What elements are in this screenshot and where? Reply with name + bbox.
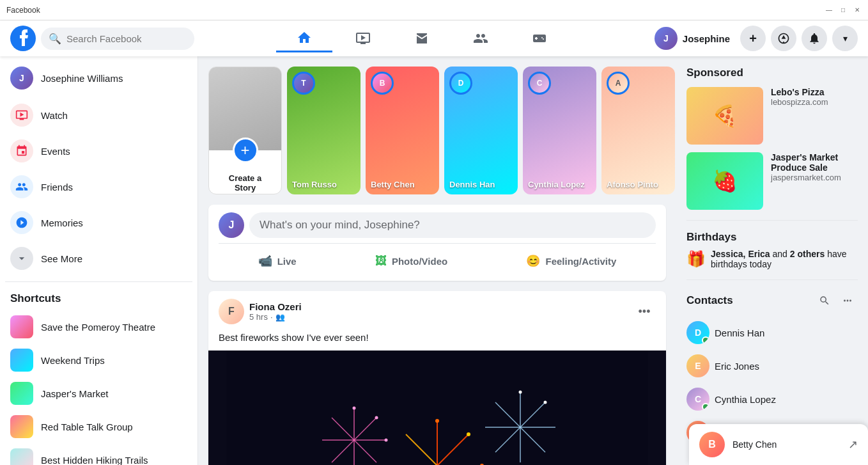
story-betty-chen[interactable]: B Betty Chen bbox=[366, 67, 439, 194]
contacts-header: Contacts bbox=[686, 290, 858, 311]
nav-gaming[interactable] bbox=[511, 25, 568, 52]
shortcut-red-table[interactable]: Red Table Talk Group bbox=[5, 410, 192, 443]
shortcut-jaspers[interactable]: Jasper's Market bbox=[5, 377, 192, 410]
shortcut-label-trips: Weekend Trips bbox=[41, 355, 105, 366]
story-name-betty: Betty Chen bbox=[371, 180, 434, 189]
contacts-more-button[interactable] bbox=[837, 290, 858, 311]
sidebar-item-memories[interactable]: Memories bbox=[5, 205, 192, 240]
shortcut-thumb-red-table bbox=[10, 415, 33, 438]
story-cynthia-lopez[interactable]: C Cynthia Lopez bbox=[523, 67, 596, 194]
story-name-dennis: Dennis Han bbox=[449, 180, 513, 189]
post-author-info: Fiona Ozeri 5 hrs · 👥 bbox=[249, 301, 302, 322]
menu-dropdown-button[interactable]: ▾ bbox=[832, 26, 858, 51]
post-composer: J What's on your mind, Josephine? 📹 Live… bbox=[208, 205, 666, 281]
sidebar-item-events[interactable]: Events bbox=[5, 133, 192, 169]
contact-dennis-han[interactable]: D Dennis Han bbox=[686, 316, 858, 349]
shortcut-thumb-trips bbox=[10, 349, 33, 372]
feeling-label: Feeling/Activity bbox=[545, 256, 616, 267]
ad-url-jaspers: jaspersmarket.com bbox=[771, 173, 858, 182]
svg-point-5 bbox=[543, 38, 544, 40]
user-name-label: Josephine bbox=[683, 33, 730, 44]
post-input[interactable]: What's on your mind, Josephine? bbox=[249, 212, 656, 238]
notifications-button[interactable] bbox=[802, 26, 827, 51]
online-indicator-cynthia bbox=[702, 403, 709, 411]
sidebar-avatar: J bbox=[10, 67, 33, 90]
close-button[interactable]: ✕ bbox=[853, 6, 862, 15]
sidebar-divider bbox=[5, 281, 192, 282]
popup-notification[interactable]: B Betty Chen ↗ bbox=[689, 424, 868, 465]
feeling-button[interactable]: 😊 Feeling/Activity bbox=[518, 249, 624, 273]
birthdays-divider bbox=[686, 280, 858, 280]
news-feed: + Create aStory T Tom Russo B bbox=[198, 56, 676, 465]
post-author-avatar[interactable]: F bbox=[219, 299, 244, 324]
search-input[interactable] bbox=[66, 33, 187, 44]
svg-point-15 bbox=[435, 419, 439, 423]
photo-video-button[interactable]: 🖼 Photo/Video bbox=[368, 249, 455, 273]
shortcut-label-red-table: Red Table Talk Group bbox=[41, 422, 133, 432]
story-name-cynthia: Cynthia Lopez bbox=[528, 180, 591, 189]
popup-share-icon[interactable]: ↗ bbox=[848, 437, 858, 452]
ad-info-jaspers: Jasper's Market Produce Sale jaspersmark… bbox=[771, 152, 858, 210]
post-header: F Fiona Ozeri 5 hrs · 👥 ••• bbox=[208, 291, 666, 332]
sidebar-item-watch[interactable]: Watch bbox=[5, 97, 192, 133]
svg-rect-3 bbox=[535, 38, 538, 39]
ad-lebos-pizza[interactable]: 🍕 Lebo's Pizza lebospizza.com bbox=[686, 87, 858, 145]
birthday-row: 🎁 Jessica, Erica and 2 others have birth… bbox=[686, 249, 858, 269]
user-profile-button[interactable]: J Josephine bbox=[649, 24, 735, 52]
story-bg-tom: T Tom Russo bbox=[287, 67, 360, 194]
sidebar-user-name: Josephine Williams bbox=[41, 73, 123, 84]
sidebar-user-profile[interactable]: J Josephine Williams bbox=[5, 61, 192, 95]
post-more-button[interactable]: ••• bbox=[633, 300, 656, 323]
story-tom-russo[interactable]: T Tom Russo bbox=[287, 67, 360, 194]
header: 🔍 J Josephine + bbox=[0, 20, 868, 56]
maximize-button[interactable]: □ bbox=[839, 6, 848, 15]
contact-name-eric: Eric Jones bbox=[715, 361, 759, 372]
shortcut-thumb-jaspers bbox=[10, 382, 33, 405]
post-image-fireworks bbox=[208, 351, 666, 465]
contact-eric-jones[interactable]: E Eric Jones bbox=[686, 349, 858, 382]
contact-cynthia-lopez[interactable]: C Cynthia Lopez bbox=[686, 382, 858, 416]
ad-name-jaspers: Jasper's Market Produce Sale bbox=[771, 152, 858, 173]
sidebar-see-more-label: See More bbox=[41, 253, 82, 264]
minimize-button[interactable]: — bbox=[825, 6, 833, 15]
story-bg-betty: B Betty Chen bbox=[366, 67, 439, 194]
story-bg-afonso: A Afonso Pinto bbox=[601, 67, 675, 194]
photo-icon: 🖼 bbox=[375, 255, 387, 268]
app-title: Facebook bbox=[6, 6, 40, 15]
sponsored-title: Sponsored bbox=[686, 67, 858, 79]
photo-label: Photo/Video bbox=[392, 256, 447, 267]
ad-jaspers-market[interactable]: 🍓 Jasper's Market Produce Sale jaspersma… bbox=[686, 152, 858, 210]
sidebar-item-friends[interactable]: Friends bbox=[5, 169, 192, 205]
shortcut-hiking[interactable]: Best Hidden Hiking Trails bbox=[5, 443, 192, 465]
popup-avatar: B bbox=[699, 432, 725, 457]
sidebar-item-see-more[interactable]: See More bbox=[5, 240, 192, 276]
story-afonso-pinto[interactable]: A Afonso Pinto bbox=[601, 67, 675, 194]
nav-marketplace[interactable] bbox=[394, 25, 450, 52]
contact-avatar-eric: E bbox=[686, 354, 709, 377]
messenger-button[interactable] bbox=[771, 26, 796, 51]
popup-text: Betty Chen bbox=[732, 439, 777, 450]
contacts-search-button[interactable] bbox=[814, 290, 835, 311]
add-button[interactable]: + bbox=[740, 26, 766, 51]
ad-thumb-jaspers: 🍓 bbox=[686, 152, 763, 210]
nav-watch[interactable] bbox=[335, 25, 391, 52]
shortcut-trips[interactable]: Weekend Trips bbox=[5, 343, 192, 377]
search-bar[interactable]: 🔍 bbox=[41, 28, 194, 50]
post-time: 5 hrs bbox=[249, 312, 268, 322]
svg-point-28 bbox=[375, 416, 378, 420]
birthday-icon: 🎁 bbox=[686, 250, 706, 268]
shortcuts-title: Shortcuts bbox=[5, 287, 192, 310]
stories-container: + Create aStory T Tom Russo B bbox=[208, 67, 666, 205]
story-dennis-han[interactable]: D Dennis Han bbox=[444, 67, 518, 194]
svg-point-38 bbox=[519, 391, 522, 394]
create-story-card[interactable]: + Create aStory bbox=[208, 67, 282, 194]
nav-groups[interactable] bbox=[453, 25, 509, 52]
facebook-logo[interactable] bbox=[10, 26, 36, 51]
shortcut-pomeroy[interactable]: Save the Pomeroy Theatre bbox=[5, 310, 192, 343]
contact-avatar-cynthia: C bbox=[686, 388, 709, 411]
nav-home[interactable] bbox=[276, 25, 332, 52]
ad-thumb-lebos: 🍕 bbox=[686, 87, 763, 145]
post-header-left: F Fiona Ozeri 5 hrs · 👥 bbox=[219, 299, 302, 324]
header-actions: J Josephine + ▾ bbox=[649, 24, 858, 52]
live-button[interactable]: 📹 Live bbox=[251, 249, 304, 273]
